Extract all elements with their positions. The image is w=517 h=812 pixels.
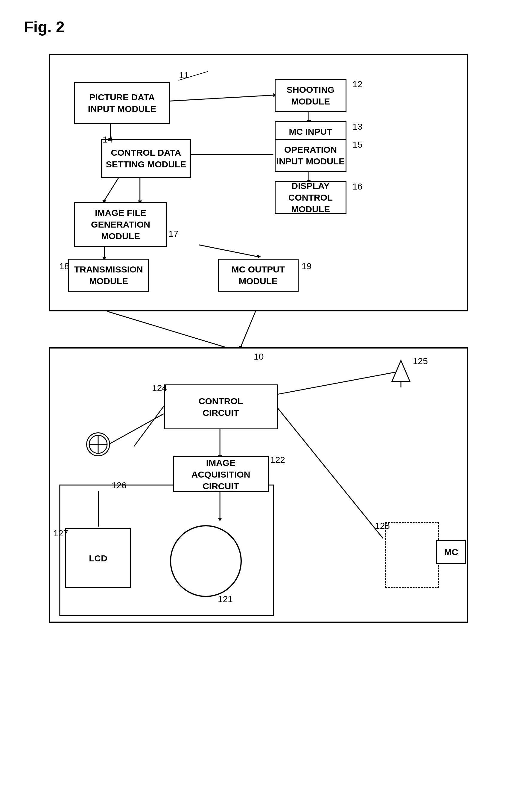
- lens-circle: [170, 525, 242, 597]
- ref-10: 10: [254, 351, 264, 362]
- svg-line-29: [276, 406, 383, 538]
- svg-line-28: [110, 414, 163, 443]
- svg-line-11: [104, 177, 119, 200]
- ref-128: 128: [375, 521, 390, 531]
- display-control-box: DISPLAYCONTROL MODULE: [275, 181, 346, 214]
- mc-output-box: MC OUTPUTMODULE: [218, 259, 299, 292]
- mc-card-box: [385, 522, 439, 588]
- svg-line-27: [134, 406, 164, 446]
- shooting-module-box: SHOOTINGMODULE: [275, 79, 346, 112]
- mc-label-box: MC: [436, 540, 466, 564]
- ref-15: 15: [353, 140, 362, 150]
- ref-13: 13: [353, 121, 362, 132]
- ref-11: 11: [179, 70, 189, 80]
- operation-input-box: OPERATIONINPUT MODULE: [275, 139, 346, 172]
- image-file-box: IMAGE FILEGENERATION MODULE: [74, 202, 167, 247]
- svg-marker-18: [257, 255, 261, 259]
- svg-line-17: [199, 245, 258, 257]
- upper-diagram: PICTURE DATAINPUT MODULE SHOOTINGMODULE …: [49, 54, 468, 311]
- lcd-box: LCD: [65, 528, 131, 588]
- ref-127: 127: [53, 528, 68, 538]
- svg-marker-36: [392, 360, 410, 381]
- ref-17: 17: [169, 229, 178, 239]
- ref-125: 125: [413, 356, 428, 366]
- ref-124: 124: [152, 383, 167, 393]
- ref-122: 122: [270, 455, 285, 465]
- svg-marker-26: [218, 518, 222, 521]
- lower-diagram: CONTROLCIRCUIT IMAGEACQUISITIONCIRCUIT L…: [49, 347, 468, 623]
- ref-12: 12: [353, 79, 362, 89]
- connector-region: [49, 311, 468, 347]
- svg-line-20: [108, 311, 225, 347]
- ref-126: 126: [112, 480, 127, 490]
- page-container: Fig. 2: [0, 0, 517, 812]
- transmission-box: TRANSMISSIONMODULE: [68, 259, 149, 292]
- image-acquisition-box: IMAGEACQUISITIONCIRCUIT: [173, 456, 269, 492]
- figure-label: Fig. 2: [24, 18, 493, 36]
- ref-14: 14: [102, 135, 113, 145]
- antenna-icon: [389, 357, 413, 389]
- picture-data-box: PICTURE DATAINPUT MODULE: [74, 82, 170, 124]
- svg-line-30: [276, 372, 395, 394]
- ref-18: 18: [59, 261, 69, 271]
- crosshair-icon: [86, 432, 110, 456]
- svg-line-0: [170, 95, 273, 101]
- ref-19: 19: [302, 261, 311, 271]
- control-data-box: CONTROL DATASETTING MODULE: [101, 139, 191, 178]
- control-circuit-box: CONTROLCIRCUIT: [164, 384, 278, 429]
- svg-line-21: [241, 311, 255, 347]
- ref-121: 121: [218, 594, 233, 604]
- ref-16: 16: [353, 181, 362, 192]
